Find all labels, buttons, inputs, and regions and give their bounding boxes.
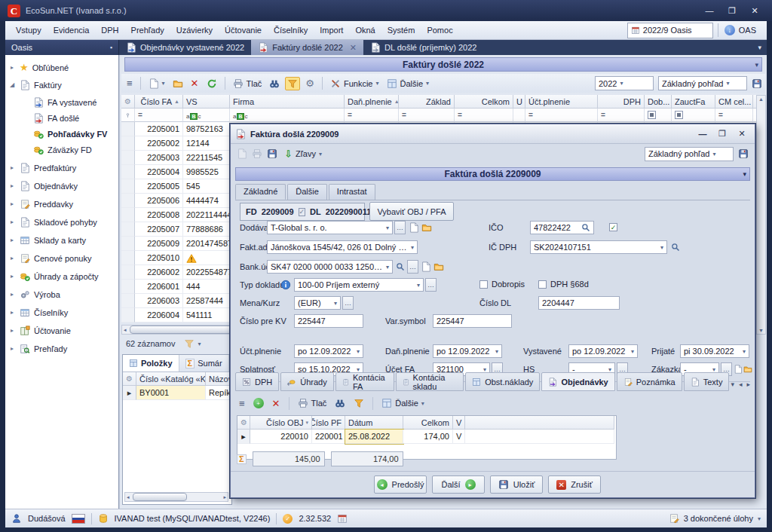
orders-add-button[interactable]: + [251, 396, 266, 410]
bank-account-combo[interactable]: SK47 0200 0000 0033 1250 1959▾ [267, 260, 393, 274]
cell-vs[interactable]: 98752163 [183, 122, 230, 136]
column-header-zaklad[interactable]: Základ [399, 95, 455, 109]
cell-cislo-fa[interactable]: 2205010 [135, 251, 183, 265]
cell-filler[interactable] [465, 430, 614, 444]
sidebar-item-predfaktury[interactable]: ▸Predfaktúry [8, 160, 118, 176]
period-selector[interactable]: 2022/9 Oasis [627, 23, 713, 38]
expander-icon[interactable]: ▸ [8, 327, 16, 334]
dl-number-input[interactable]: 2204447 [538, 296, 620, 310]
dobropis-checkbox[interactable]: Dobropis [479, 280, 525, 289]
menu-item-prehlady[interactable]: Prehľady [125, 23, 170, 37]
cell-cislo-fa[interactable]: 2206003 [135, 294, 183, 308]
sidebar-item-prehlady[interactable]: ▸Prehľady [8, 341, 118, 356]
cell-cislo-fa[interactable]: 2205005 [135, 179, 183, 194]
detail-tab-kontacia-fa[interactable]: Kontácia FA [335, 372, 394, 391]
grid-filter-row[interactable]: =aBcaBc======aBc [121, 109, 756, 122]
calendar-check-icon[interactable] [337, 513, 348, 524]
cell[interactable] [121, 265, 135, 280]
orders-more-button[interactable]: Ďalšie▾ [379, 396, 427, 410]
sidebar-item-ciselniky[interactable]: ▸Číselníky [8, 304, 118, 320]
orders-column-celkom[interactable]: Celkom [403, 416, 453, 430]
expander-icon[interactable]: ▸ [8, 64, 16, 71]
cell[interactable] [121, 179, 135, 194]
oas-button[interactable]: ↓ OAS [718, 23, 762, 37]
sidebar-item-preddavky[interactable]: ▸Preddavky [8, 196, 118, 212]
open-button[interactable] [170, 77, 185, 90]
cell-cislo-fa[interactable]: 2205002 [135, 136, 183, 151]
cell-vs[interactable]: 541111 [183, 308, 230, 323]
cell-cislo-fa[interactable]: 2205003 [135, 151, 183, 165]
dialog-banner-dropdown[interactable]: ▾ [743, 170, 746, 178]
orders-column-datum[interactable]: Dátum [345, 416, 403, 430]
dialog-maximize-button[interactable]: ❐ [714, 127, 731, 141]
var-symbol-input[interactable]: 225447 [433, 314, 512, 328]
cancel-button[interactable]: ✕Zrušiť [548, 475, 601, 494]
filter-cell-u[interactable] [513, 109, 525, 122]
cell-vs[interactable]: 12144 [183, 136, 230, 151]
page-icon[interactable] [409, 222, 419, 233]
orders-column-cislo-pf[interactable]: Číslo PF [312, 416, 345, 430]
expander-icon[interactable]: ◢ [8, 81, 16, 88]
cell-vs[interactable]: 2022554877 [183, 265, 230, 280]
print-button[interactable]: Tlač [231, 77, 265, 90]
orders-find-button[interactable] [332, 396, 348, 410]
detail-tab-uhrady[interactable]: Úhrady [280, 372, 333, 391]
kv-number-input[interactable]: 225447 [294, 314, 363, 328]
grid-vscrollbar[interactable]: ▲▼ [756, 95, 766, 335]
sidebar-item-faktury[interactable]: ◢Faktúry [8, 77, 118, 93]
orders-column-v[interactable]: V [453, 416, 465, 430]
menu-item-dph[interactable]: DPH [95, 23, 124, 37]
detail-tab-kontacia-skladu[interactable]: Kontácia skladu [396, 372, 464, 391]
dialog-tab-dalsie[interactable]: Ďalšie [287, 184, 327, 200]
orders-grid-row[interactable]: ▸22001022000125.08.2022174,00V [237, 430, 616, 444]
cell-cislo-fa[interactable]: 2205008 [135, 208, 183, 222]
cell-vs[interactable]: 22014745874 [183, 237, 230, 251]
cell-total[interactable]: 174,00 [403, 430, 453, 444]
cell-cislo-fa[interactable]: 2205006 [135, 194, 183, 208]
cell-vs[interactable]: 545 [183, 179, 230, 194]
filter-cell-zauctfa[interactable] [672, 109, 715, 122]
dl-checkbox[interactable] [299, 208, 306, 216]
filter-cell-celkom[interactable]: = [455, 109, 513, 122]
sidebar-item-skladove-pohyby[interactable]: ▸Skladové pohyby [8, 214, 118, 230]
sidebar-item-zavazky-fd[interactable]: Záväzky FD [8, 142, 118, 157]
expander-icon[interactable]: ▸ [8, 255, 16, 261]
settings-button[interactable]: ⚙ [303, 77, 317, 90]
expander-icon[interactable]: ▸ [8, 309, 16, 316]
refresh-button[interactable] [204, 77, 219, 90]
orders-print-button[interactable]: Tlač [296, 396, 329, 410]
magnifier-icon[interactable] [671, 243, 680, 252]
slovak-flag-icon[interactable] [72, 514, 85, 524]
supplier-more-button[interactable]: … [394, 221, 406, 234]
items-column-code[interactable]: Číslo «Katalóg «K... [136, 372, 206, 386]
previous-button[interactable]: ◂Predošlý [374, 475, 427, 494]
row-indicator[interactable]: ▸ [237, 430, 250, 444]
dialog-tab-intrastat[interactable]: Intrastat [329, 184, 375, 200]
supplier-combo[interactable]: T-Global s. r. o.▾ [267, 221, 393, 234]
column-header-dph[interactable]: DPH [598, 95, 645, 109]
delete-button[interactable]: ✕ [188, 77, 201, 90]
sidebar-item-uhrady-a-zapocty[interactable]: ▸Úhrady a zápočty [8, 268, 118, 284]
expander-icon[interactable]: ▸ [8, 219, 16, 225]
menu-item-vstupy[interactable]: Vstupy [10, 23, 47, 37]
next-button[interactable]: Ďalší▸ [432, 475, 485, 494]
ico-input[interactable]: 47822422 [530, 221, 594, 234]
folder-icon[interactable] [433, 261, 444, 272]
orders-filter-button[interactable] [351, 396, 366, 410]
cell[interactable] [121, 237, 135, 251]
cell[interactable] [121, 251, 135, 265]
detail-tab-obst-naklady[interactable]: Obst.náklady [465, 372, 540, 391]
cell-vs[interactable] [183, 251, 230, 265]
received-date-picker[interactable]: pi 30.09.2022▾ [680, 344, 749, 358]
menu-item-uzavierky[interactable]: Uzávierky [170, 23, 219, 37]
more-button[interactable]: Ďalšie▾ [384, 77, 432, 90]
orders-column-indicator[interactable]: ⚙ [237, 416, 250, 430]
dph68d-checkbox[interactable]: DPH §68d [538, 280, 589, 289]
column-header-cm-cel[interactable]: CM cel... [715, 95, 753, 109]
sidebar-item-uctovanie[interactable]: ▸Účtovanie [8, 323, 118, 338]
minimize-button[interactable]: — [700, 4, 719, 17]
cell-cislo-fa[interactable]: 2206002 [135, 265, 183, 280]
currency-more-button[interactable]: … [342, 296, 354, 310]
folder-icon[interactable] [421, 222, 432, 233]
cell[interactable] [121, 208, 135, 222]
